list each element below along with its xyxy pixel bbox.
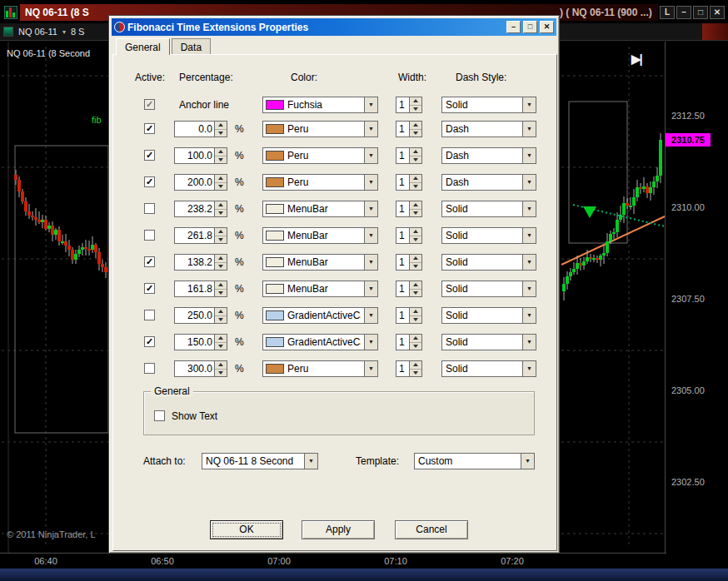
dropdown-arrow-icon[interactable]: ▼	[522, 97, 536, 112]
active-checkbox[interactable]	[144, 150, 155, 161]
color-dropdown[interactable]: Peru ▼	[262, 121, 378, 137]
active-checkbox[interactable]	[144, 99, 155, 110]
dropdown-arrow-icon[interactable]: ▼	[364, 361, 377, 376]
dropdown-arrow-icon[interactable]: ▼	[521, 454, 534, 469]
spin-up-icon[interactable]	[215, 148, 227, 156]
dash-style-dropdown[interactable]: Solid ▼	[441, 334, 536, 350]
width-input[interactable]: 1	[396, 281, 422, 297]
width-spinner[interactable]	[409, 281, 421, 296]
dropdown-arrow-icon[interactable]: ▼	[522, 335, 536, 350]
percentage-input[interactable]: 161.8	[174, 281, 227, 297]
spin-down-icon[interactable]	[410, 343, 421, 350]
spin-down-icon[interactable]	[410, 316, 421, 324]
show-text-checkbox[interactable]	[154, 410, 165, 421]
dialog-minimize-icon[interactable]: –	[506, 21, 521, 33]
active-checkbox[interactable]	[144, 230, 155, 241]
maximize-icon[interactable]: □	[693, 6, 708, 19]
percentage-input[interactable]: 138.2	[174, 254, 227, 271]
percentage-spinner[interactable]	[214, 335, 227, 350]
active-checkbox[interactable]	[144, 363, 155, 374]
percentage-spinner[interactable]	[214, 255, 227, 270]
width-spinner[interactable]	[409, 228, 421, 243]
active-checkbox[interactable]	[144, 123, 155, 134]
minimize-icon[interactable]: –	[676, 6, 691, 19]
link-button[interactable]: L	[660, 6, 675, 19]
dropdown-arrow-icon[interactable]: ▼	[304, 454, 317, 469]
width-spinner[interactable]	[409, 175, 421, 190]
dropdown-arrow-icon[interactable]: ▼	[364, 228, 377, 243]
spin-down-icon[interactable]	[410, 290, 421, 297]
spin-up-icon[interactable]	[410, 148, 421, 156]
dropdown-arrow-icon[interactable]: ▼	[522, 281, 536, 296]
active-checkbox[interactable]	[144, 256, 155, 267]
spin-up-icon[interactable]	[410, 228, 421, 236]
dash-style-dropdown[interactable]: Dash ▼	[441, 174, 536, 191]
percentage-spinner[interactable]	[214, 201, 227, 216]
width-input[interactable]: 1	[396, 254, 422, 271]
percentage-input[interactable]: 0.0	[174, 121, 227, 137]
spin-down-icon[interactable]	[215, 156, 227, 164]
dropdown-arrow-icon[interactable]: ▼	[364, 148, 377, 163]
go-to-end-icon[interactable]: ▶|	[631, 52, 641, 67]
active-checkbox[interactable]	[144, 176, 155, 187]
spin-down-icon[interactable]	[410, 183, 421, 191]
spin-down-icon[interactable]	[215, 343, 227, 350]
spin-up-icon[interactable]	[410, 281, 421, 290]
spin-down-icon[interactable]	[410, 370, 421, 377]
spin-up-icon[interactable]	[215, 122, 227, 130]
active-checkbox[interactable]	[144, 336, 155, 347]
dropdown-arrow-icon[interactable]: ▼	[364, 281, 377, 296]
cancel-button[interactable]: Cancel	[395, 520, 468, 539]
width-spinner[interactable]	[409, 255, 421, 270]
percentage-spinner[interactable]	[214, 122, 227, 137]
spin-up-icon[interactable]	[410, 255, 421, 263]
spin-up-icon[interactable]	[410, 97, 421, 106]
width-input[interactable]: 1	[396, 201, 422, 217]
dash-style-dropdown[interactable]: Solid ▼	[441, 97, 536, 113]
color-dropdown[interactable]: Fuchsia ▼	[262, 97, 378, 113]
width-input[interactable]: 1	[396, 121, 422, 137]
spin-down-icon[interactable]	[410, 106, 421, 113]
percentage-spinner[interactable]	[214, 308, 227, 323]
width-spinner[interactable]	[409, 148, 421, 163]
period-selector[interactable]: 8 S	[71, 27, 85, 37]
dropdown-arrow-icon[interactable]: ▼	[522, 175, 536, 190]
dash-style-dropdown[interactable]: Dash ▼	[441, 121, 536, 137]
active-checkbox[interactable]	[144, 203, 155, 214]
tab-data[interactable]: Data	[172, 38, 211, 54]
instrument-selector[interactable]: NQ 06-11	[18, 27, 57, 37]
color-dropdown[interactable]: Peru ▼	[262, 360, 378, 377]
color-dropdown[interactable]: Peru ▼	[262, 174, 378, 191]
dropdown-arrow-icon[interactable]: ▼	[364, 201, 377, 216]
spin-up-icon[interactable]	[410, 335, 421, 343]
spin-down-icon[interactable]	[215, 210, 227, 217]
active-checkbox[interactable]	[144, 283, 155, 294]
percentage-input[interactable]: 250.0	[174, 307, 227, 324]
dropdown-arrow-icon[interactable]: ▼	[364, 335, 377, 350]
dialog-titlebar[interactable]: Fibonacci Time Extensions Properties – □…	[112, 18, 556, 36]
price-axis[interactable]: 2310.75 2312.502310.002307.502305.002302…	[665, 42, 728, 553]
width-spinner[interactable]	[409, 201, 421, 216]
template-dropdown[interactable]: Custom ▼	[414, 453, 535, 469]
dropdown-arrow-icon[interactable]: ▼	[364, 97, 377, 112]
dropdown-arrow-icon[interactable]: ▼	[364, 122, 377, 137]
spin-down-icon[interactable]	[215, 263, 227, 271]
dash-style-dropdown[interactable]: Solid ▼	[441, 360, 536, 377]
spin-up-icon[interactable]	[215, 228, 227, 236]
spin-down-icon[interactable]	[215, 236, 227, 244]
width-input[interactable]: 1	[396, 227, 422, 244]
dash-style-dropdown[interactable]: Solid ▼	[441, 281, 536, 297]
percentage-input[interactable]: 200.0	[174, 174, 227, 191]
dropdown-arrow-icon[interactable]: ▼	[364, 255, 377, 270]
width-spinner[interactable]	[409, 308, 421, 323]
spin-down-icon[interactable]	[215, 370, 227, 377]
dropdown-arrow-icon[interactable]: ▼	[364, 308, 377, 323]
color-dropdown[interactable]: GradientActiveCaption ▼	[262, 307, 378, 324]
width-input[interactable]: 1	[396, 147, 422, 164]
percentage-input[interactable]: 261.8	[174, 227, 227, 244]
spin-up-icon[interactable]	[410, 201, 421, 210]
spin-up-icon[interactable]	[215, 201, 227, 210]
percentage-input[interactable]: 300.0	[174, 360, 227, 377]
apply-button[interactable]: Apply	[302, 520, 375, 539]
spin-up-icon[interactable]	[410, 122, 421, 130]
